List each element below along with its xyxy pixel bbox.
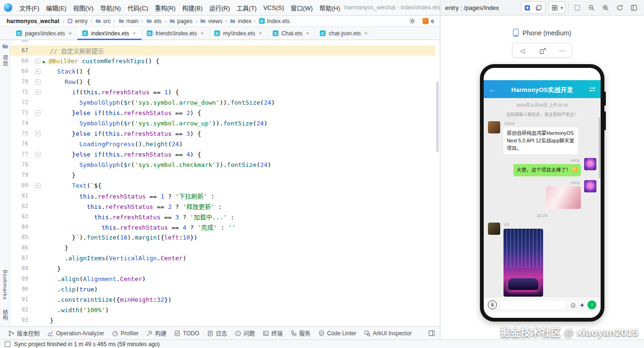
editor-tab[interactable]: my\Index.ets× — [209, 27, 268, 40]
fit-screen-icon[interactable] — [571, 2, 583, 13]
code-line[interactable]: 83 this.refreshStatus == 3 ? '加载中...' : — [10, 211, 435, 222]
run-config-chip[interactable]: e — [422, 18, 434, 25]
code-line[interactable]: 69− Stack() { — [10, 66, 435, 76]
zoom-out-icon[interactable] — [586, 2, 597, 13]
menu-item[interactable]: 视图(V) — [70, 1, 97, 14]
device-selector[interactable]: Phone (medium) — [440, 29, 644, 37]
tool-stripe-item[interactable]: 项目 — [1, 54, 9, 67]
rotate-device-button[interactable] — [532, 43, 552, 58]
fold-marker[interactable]: − — [33, 152, 42, 157]
editor-scrollbar[interactable] — [436, 82, 439, 152]
fold-marker[interactable]: − — [33, 90, 42, 95]
breadcrumb-item[interactable]: Index.ets — [258, 17, 291, 25]
code-line[interactable]: 78 SymbolGlyph($r('sys.symbol.checkmark'… — [10, 159, 435, 170]
send-button[interactable]: ↑ — [587, 300, 596, 309]
voice-input-icon[interactable] — [488, 300, 497, 309]
toolwindow-services-button[interactable]: 服务 — [287, 328, 314, 339]
code-line[interactable]: 76 LoadingProgress().height(24) — [10, 139, 435, 149]
code-line[interactable]: 81 this.refreshStatus == 1 ? '下拉刷新' : — [10, 191, 435, 201]
toolwindow-profiler-button[interactable]: Profiler — [108, 329, 142, 338]
menu-item[interactable]: 运行(R) — [206, 1, 233, 14]
code-line[interactable]: 90 .clip(true) — [10, 284, 435, 294]
code-line[interactable]: 88 } — [10, 263, 435, 273]
breadcrumb-item[interactable]: src — [94, 17, 112, 25]
editor-tab[interactable]: chat-json.ets× — [315, 27, 373, 40]
breadcrumb-item[interactable]: harmonyos_wechat — [6, 17, 60, 25]
code-line[interactable]: 84 this.refreshStatus == 4 ? '完成' : '' — [10, 222, 435, 232]
menu-item[interactable]: 代码(C) — [124, 1, 151, 14]
toolwindow-problems-button[interactable]: 问题 — [231, 328, 258, 339]
chat-scrollbar[interactable] — [599, 117, 600, 178]
code-line[interactable]: 86 } — [10, 242, 435, 253]
window-layout-icon[interactable] — [5, 341, 10, 347]
code-line[interactable]: 80− Text(`${ — [10, 180, 435, 191]
menu-item[interactable]: 编辑(E) — [43, 1, 70, 14]
close-icon[interactable]: × — [363, 30, 368, 36]
code-line[interactable]: 91 .constraintSize({minHeight:32}) — [10, 294, 435, 305]
code-line[interactable]: 77− }else if(this.refreshStatus == 4) { — [10, 149, 435, 159]
code-line[interactable]: 73− }else if(this.refreshStatus == 2) { — [10, 108, 435, 118]
message-input[interactable] — [500, 300, 566, 310]
back-triangle-button[interactable]: ◁ — [512, 43, 532, 58]
deveco-logo-icon[interactable] — [4, 3, 12, 12]
fold-marker[interactable]: − — [33, 131, 42, 136]
fold-marker[interactable]: − — [33, 110, 42, 116]
menu-item[interactable]: 导航(N) — [97, 1, 124, 14]
layers-icon[interactable] — [533, 2, 545, 13]
code-line[interactable]: 74 SymbolGlyph($r('sys.symbol.arrow_up')… — [10, 118, 435, 128]
chevron-down-icon[interactable]: ▾ — [561, 5, 564, 10]
breadcrumb-item[interactable]: pages — [168, 17, 194, 25]
tool-stripe-item[interactable]: 结构 — [1, 308, 9, 322]
grid-view-icon[interactable] — [549, 2, 561, 13]
fold-marker[interactable]: − — [33, 79, 42, 84]
emoji-icon[interactable]: ☺ — [570, 301, 577, 308]
zoom-in-icon[interactable] — [600, 2, 611, 13]
close-icon[interactable]: × — [258, 30, 263, 36]
menu-item[interactable]: 重构(R) — [151, 1, 179, 14]
chat-settings-icon[interactable] — [589, 86, 596, 93]
breadcrumb-item[interactable]: ets — [145, 17, 163, 25]
breadcrumb-item[interactable]: entry — [66, 17, 89, 25]
menu-item[interactable]: 文件(F) — [16, 1, 43, 14]
layout-icon[interactable] — [428, 330, 435, 337]
code-line[interactable]: 68−● @Builder customRefreshTips() { — [10, 56, 435, 66]
code-line[interactable]: 93 } — [10, 315, 435, 325]
code-line[interactable]: 75− }else if(this.refreshStatus == 3) { — [10, 128, 435, 139]
fold-marker[interactable]: − — [33, 58, 42, 64]
close-icon[interactable]: × — [132, 30, 137, 36]
menu-item[interactable]: 窗口(W) — [288, 1, 316, 14]
code-line[interactable]: 71− if(this.refreshStatus == 1) { — [10, 87, 435, 97]
editor-tab[interactable]: pages\Index.ets× — [11, 27, 77, 40]
tool-stripe-item[interactable]: Bookmarks — [2, 269, 8, 301]
back-arrow-icon[interactable]: ← — [488, 86, 495, 93]
code-line[interactable]: 82 this.refreshStatus == 2 ? '释放更新' : — [10, 201, 435, 211]
code-line[interactable]: 79 } — [10, 170, 435, 180]
toolwindow-chart-button[interactable]: Operation Analyzer — [44, 329, 107, 338]
more-options-button[interactable]: ⋯ — [552, 43, 572, 58]
code-line[interactable]: 85 }`).fontSize(16).margin({left:10}) — [10, 232, 435, 242]
fold-marker[interactable]: − — [33, 69, 42, 74]
code-line[interactable]: 72 SymbolGlyph($r('sys.symbol.arrow_down… — [10, 97, 435, 108]
toolwindow-vcs-button[interactable]: 版本控制 — [5, 328, 43, 339]
toolwindow-arkui-button[interactable]: ArkUI Inspector — [361, 329, 415, 338]
code-line[interactable]: 89 .align(Alignment.Center) — [10, 273, 435, 284]
fold-marker[interactable]: − — [33, 183, 42, 188]
toolwindow-todo-button[interactable]: TODO — [171, 329, 202, 338]
code-line[interactable]: 66 — [10, 40, 435, 45]
attach-plus-icon[interactable]: + — [580, 301, 584, 308]
menu-item[interactable]: VCS(S) — [260, 2, 287, 13]
toolwindow-build-button[interactable]: 构建 — [143, 328, 170, 339]
refresh-rotate-icon[interactable] — [614, 2, 625, 13]
editor-tab[interactable]: index\Index.ets× — [77, 27, 141, 40]
editor-tab[interactable]: Chat.ets× — [268, 27, 315, 40]
close-icon[interactable]: × — [200, 30, 205, 36]
menu-item[interactable]: 工具(T) — [233, 1, 260, 14]
settings-gear-icon[interactable] — [409, 17, 416, 25]
code-editor[interactable]: 6667 // 自定义刷新提示68−● @Builder customRefre… — [10, 40, 440, 326]
live-preview-icon[interactable] — [522, 2, 533, 13]
breadcrumb-item[interactable]: views — [199, 17, 223, 25]
close-icon[interactable]: × — [68, 30, 73, 36]
code-line[interactable]: 67 // 自定义刷新提示 — [10, 45, 435, 56]
breadcrumb-item[interactable]: main — [117, 17, 140, 25]
code-line[interactable]: 87 .alignItems(VerticalAlign.Center) — [10, 253, 435, 263]
